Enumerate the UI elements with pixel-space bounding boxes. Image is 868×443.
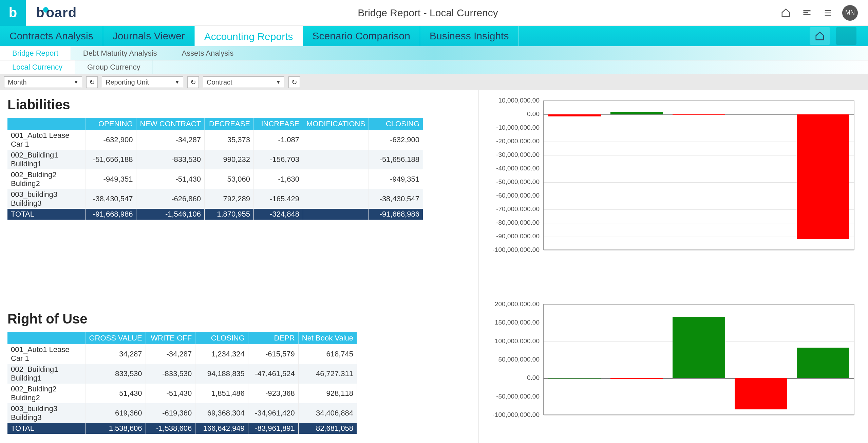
- col-head: MODIFICATIONS: [303, 118, 369, 130]
- col-head: OPENING: [86, 118, 136, 130]
- table-row[interactable]: 001_Auto1 Lease Car 1-632,900-34,28735,3…: [7, 130, 423, 150]
- home-button[interactable]: [810, 27, 830, 45]
- tab-scenario-comparison[interactable]: Scenario Comparison: [303, 26, 420, 46]
- rou-title: Right of Use: [7, 311, 470, 327]
- col-head: DECREASE: [205, 118, 254, 130]
- subtab-group-currency[interactable]: Group Currency: [75, 60, 153, 74]
- subtab-local-currency[interactable]: Local Currency: [0, 60, 75, 74]
- col-head: INCREASE: [254, 118, 303, 130]
- subtab-assets-analysis[interactable]: Assets Analysis: [169, 46, 246, 60]
- month-select[interactable]: Month▼: [4, 76, 82, 88]
- table-row[interactable]: 003_building3 Building3-38,430,547-626,8…: [7, 189, 423, 209]
- table-row[interactable]: 001_Auto1 Lease Car 134,287-34,2871,234,…: [7, 344, 357, 364]
- home-icon[interactable]: [779, 6, 793, 20]
- tab-accounting-reports[interactable]: Accounting Reports: [195, 26, 303, 46]
- col-head: CLOSING: [369, 118, 423, 130]
- col-head: DEPR: [248, 332, 298, 344]
- unit-select[interactable]: Reporting Unit▼: [102, 76, 183, 88]
- subtab-debt-maturity[interactable]: Debt Maturity Analysis: [71, 46, 170, 60]
- col-head: NEW CONTRACT: [136, 118, 205, 130]
- unit-refresh-icon[interactable]: ↻: [187, 76, 199, 88]
- month-select-label: Month: [8, 78, 27, 86]
- page-title: Bridge Report - Local Currency: [77, 7, 779, 19]
- liabilities-title: Liabilities: [7, 97, 470, 112]
- sub-tabs-1: Bridge Report Debt Maturity Analysis Ass…: [0, 46, 868, 60]
- col-head: Net Book Value: [298, 332, 357, 344]
- logo: board: [36, 5, 77, 20]
- rou-chart: 200,000,000.00150,000,000.00100,000,000.…: [543, 304, 854, 416]
- more-button[interactable]: [836, 27, 856, 45]
- rou-table: GROSS VALUE WRITE OFF CLOSING DEPR Net B…: [7, 332, 357, 434]
- filter-bar: Month▼ ↻ Reporting Unit▼ ↻ Contract▼ ↻: [0, 74, 868, 90]
- app-icon[interactable]: b: [0, 0, 26, 26]
- col-head: CLOSING: [195, 332, 248, 344]
- tab-business-insights[interactable]: Business Insights: [420, 26, 518, 46]
- month-refresh-icon[interactable]: ↻: [86, 76, 98, 88]
- liabilities-table: OPENING NEW CONTRACT DECREASE INCREASE M…: [7, 118, 423, 220]
- menu-icon[interactable]: [821, 6, 835, 20]
- svg-rect-1: [804, 12, 808, 13]
- table-row[interactable]: 002_Building1 Building1833,530-833,53094…: [7, 364, 357, 384]
- liabilities-chart: 10,000,000.000.00-10,000,000.00-20,000,0…: [543, 100, 854, 252]
- subtab-bridge-report[interactable]: Bridge Report: [0, 46, 71, 60]
- tab-contracts-analysis[interactable]: Contracts Analysis: [0, 26, 103, 46]
- contract-select-label: Contract: [207, 78, 232, 86]
- tab-journals-viewer[interactable]: Journals Viewer: [103, 26, 195, 46]
- top-bar: b board Bridge Report - Local Currency M…: [0, 0, 868, 26]
- col-head: WRITE OFF: [146, 332, 195, 344]
- main-tabs: Contracts Analysis Journals Viewer Accou…: [0, 26, 868, 46]
- table-total-row: TOTAL1,538,606-1,538,606166,642,949-83,9…: [7, 423, 357, 434]
- col-head: GROSS VALUE: [86, 332, 146, 344]
- presentation-icon[interactable]: [800, 6, 814, 20]
- avatar[interactable]: MN: [842, 5, 858, 21]
- table-row[interactable]: 002_Building1 Building1-51,656,188-833,5…: [7, 150, 423, 169]
- table-row[interactable]: 002_Bulding2 Bulding251,430-51,4301,851,…: [7, 384, 357, 403]
- content: Liabilities OPENING NEW CONTRACT DECREAS…: [0, 90, 868, 443]
- table-row[interactable]: 003_building3 Building3619,360-619,36069…: [7, 403, 357, 423]
- svg-rect-0: [804, 10, 811, 11]
- unit-select-label: Reporting Unit: [106, 78, 149, 86]
- contract-select[interactable]: Contract▼: [203, 76, 284, 88]
- table-total-row: TOTAL-91,668,986-1,546,1061,870,955-324,…: [7, 209, 423, 220]
- svg-rect-2: [804, 14, 811, 15]
- sub-tabs-2: Local Currency Group Currency: [0, 60, 868, 74]
- table-row[interactable]: 002_Bulding2 Bulding2-949,351-51,43053,0…: [7, 169, 423, 189]
- contract-refresh-icon[interactable]: ↻: [288, 76, 300, 88]
